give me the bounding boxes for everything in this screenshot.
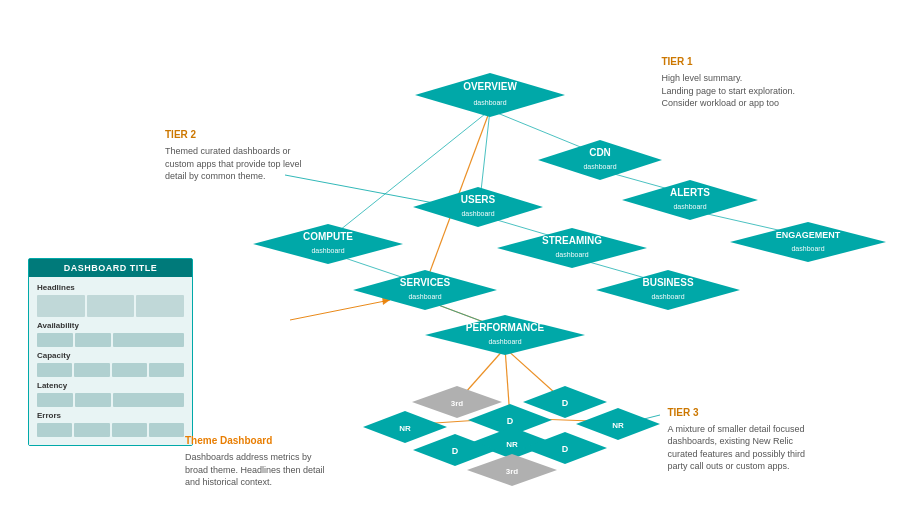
svg-marker-32 (622, 180, 758, 220)
tier1-text: High level summary.Landing page to start… (661, 72, 795, 110)
svg-line-22 (290, 300, 390, 320)
svg-text:SERVICES: SERVICES (400, 277, 451, 288)
svg-text:dashboard: dashboard (791, 245, 824, 252)
svg-text:COMPUTE: COMPUTE (303, 231, 353, 242)
svg-text:CDN: CDN (589, 147, 611, 158)
tier3-text: A mixture of smaller detail focuseddashb… (667, 423, 805, 473)
svg-text:D: D (452, 446, 459, 456)
cap-bar-3 (112, 363, 147, 377)
theme-text: Dashboards address metrics bybroad theme… (185, 451, 325, 489)
availability-label: Availability (37, 321, 184, 330)
err-bar-3 (112, 423, 147, 437)
cap-bar-4 (149, 363, 184, 377)
svg-marker-53 (425, 315, 585, 355)
err-bar-2 (74, 423, 109, 437)
svg-text:USERS: USERS (461, 194, 496, 205)
svg-text:dashboard: dashboard (488, 338, 521, 345)
dashboard-card: DASHBOARD TITLE Headlines Availability C… (28, 258, 193, 446)
svg-text:dashboard: dashboard (408, 293, 441, 300)
avail-bar-3 (113, 333, 185, 347)
svg-text:ALERTS: ALERTS (670, 187, 710, 198)
errors-label: Errors (37, 411, 184, 420)
svg-text:NR: NR (612, 421, 624, 430)
svg-text:3rd: 3rd (506, 467, 519, 476)
svg-marker-47 (596, 270, 740, 310)
tier1-annotation: TIER 1 High level summary.Landing page t… (661, 55, 795, 110)
tier3-annotation: TIER 3 A mixture of smaller detail focus… (667, 406, 805, 473)
errors-bars (37, 423, 184, 437)
capacity-label: Capacity (37, 351, 184, 360)
svg-text:BUSINESS: BUSINESS (642, 277, 693, 288)
svg-text:dashboard: dashboard (311, 247, 344, 254)
dashboard-card-title: DASHBOARD TITLE (29, 259, 192, 277)
headlines-label: Headlines (37, 283, 184, 292)
headline-bar-2 (87, 295, 135, 317)
avail-bar-1 (37, 333, 73, 347)
tier1-title: TIER 1 (661, 55, 795, 69)
theme-title: Theme Dashboard (185, 434, 325, 448)
dashboard-card-body: Headlines Availability Capacity Latency … (29, 277, 192, 445)
svg-text:dashboard: dashboard (473, 99, 506, 106)
svg-text:dashboard: dashboard (555, 251, 588, 258)
svg-text:dashboard: dashboard (673, 203, 706, 210)
avail-bar-2 (75, 333, 111, 347)
headline-bar-1 (37, 295, 85, 317)
svg-text:D: D (507, 416, 514, 426)
svg-marker-29 (538, 140, 662, 180)
theme-annotation: Theme Dashboard Dashboards address metri… (185, 434, 325, 489)
lat-bar-2 (75, 393, 111, 407)
lat-bar-3 (113, 393, 185, 407)
cap-bar-2 (74, 363, 109, 377)
svg-marker-41 (253, 224, 403, 264)
err-bar-4 (149, 423, 184, 437)
tier2-annotation: TIER 2 Themed curated dashboards orcusto… (165, 128, 302, 183)
latency-label: Latency (37, 381, 184, 390)
svg-marker-35 (730, 222, 886, 262)
svg-text:ENGAGEMENT: ENGAGEMENT (776, 230, 841, 240)
svg-text:dashboard: dashboard (651, 293, 684, 300)
svg-text:D: D (562, 398, 569, 408)
svg-text:dashboard: dashboard (461, 210, 494, 217)
headline-bars (37, 295, 184, 317)
svg-text:D: D (562, 444, 569, 454)
svg-text:NR: NR (506, 440, 518, 449)
svg-marker-50 (353, 270, 497, 310)
svg-marker-38 (413, 187, 543, 227)
tier2-text: Themed curated dashboards orcustom apps … (165, 145, 302, 183)
err-bar-1 (37, 423, 72, 437)
headline-bar-3 (136, 295, 184, 317)
svg-text:OVERVIEW: OVERVIEW (463, 81, 517, 92)
capacity-bars (37, 363, 184, 377)
svg-marker-44 (497, 228, 647, 268)
svg-text:PERFORMANCE: PERFORMANCE (466, 322, 545, 333)
svg-marker-26 (415, 73, 565, 117)
availability-bars (37, 333, 184, 347)
lat-bar-1 (37, 393, 73, 407)
tier3-title: TIER 3 (667, 406, 805, 420)
tier2-title: TIER 2 (165, 128, 302, 142)
latency-bars (37, 393, 184, 407)
svg-text:STREAMING: STREAMING (542, 235, 602, 246)
cap-bar-1 (37, 363, 72, 377)
svg-text:NR: NR (399, 424, 411, 433)
svg-text:dashboard: dashboard (583, 163, 616, 170)
svg-text:3rd: 3rd (451, 399, 464, 408)
